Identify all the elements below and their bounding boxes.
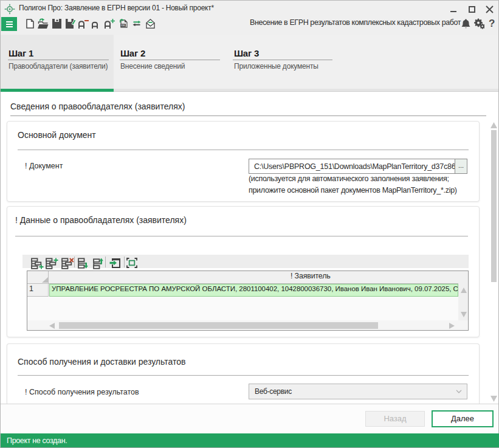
svg-text:XML: XML <box>121 24 126 27</box>
